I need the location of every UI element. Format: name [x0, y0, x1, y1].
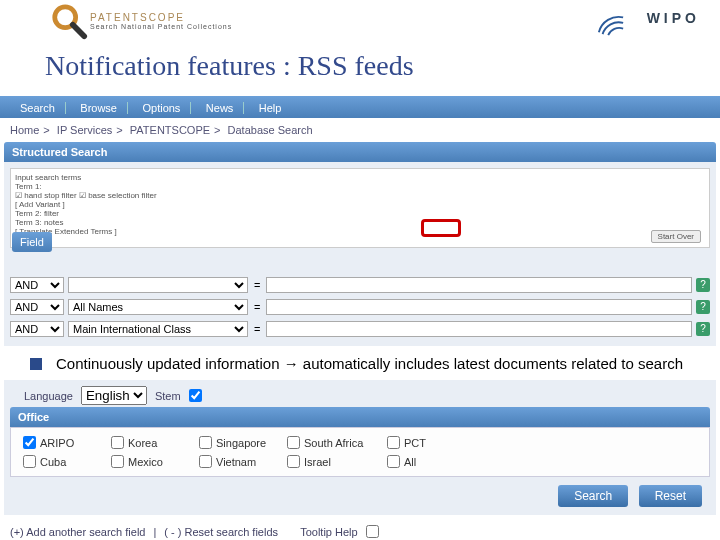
operator-select[interactable]: AND: [10, 277, 64, 293]
stem-checkbox[interactable]: [189, 389, 202, 402]
search-panel: Input search terms Term 1: ☑ hand stop f…: [4, 162, 716, 346]
value-input[interactable]: [266, 299, 692, 315]
panel-title: Structured Search: [4, 142, 716, 162]
search-row: AND All Names = ?: [10, 296, 710, 318]
clir-line: Term 3: notes: [15, 218, 705, 227]
office-singapore[interactable]: Singapore: [199, 436, 283, 449]
logo-wipo: WIPO: [647, 10, 700, 26]
clir-line: ☑ hand stop filter ☑ base selection filt…: [15, 191, 705, 200]
magnifier-icon: [50, 2, 88, 40]
office-checkbox[interactable]: [111, 455, 124, 468]
crumb-home[interactable]: Home: [10, 124, 39, 136]
office-checkbox[interactable]: [199, 455, 212, 468]
field-select[interactable]: [68, 277, 248, 293]
svg-point-2: [59, 11, 72, 24]
help-icon[interactable]: ?: [696, 278, 710, 292]
topnav: Search Browse Options News Help: [0, 96, 720, 118]
clir-expansion-box: Input search terms Term 1: ☑ hand stop f…: [10, 168, 710, 248]
clir-line: Term 1:: [15, 182, 705, 191]
office-checkbox[interactable]: [199, 436, 212, 449]
language-label: Language: [24, 390, 73, 402]
bullet-note: Continuously updated information → autom…: [0, 346, 720, 380]
rss-highlight-box: [421, 219, 461, 237]
help-icon[interactable]: ?: [696, 322, 710, 336]
field-select[interactable]: All Names: [68, 299, 248, 315]
office-row-2: Cuba Mexico Vietnam Israel All: [23, 455, 697, 468]
office-all[interactable]: All: [387, 455, 471, 468]
equals-label: =: [252, 301, 262, 313]
clir-line: [ Add Variant ]: [15, 200, 705, 209]
search-row: AND Main International Class = ?: [10, 318, 710, 340]
breadcrumb: Home> IP Services> PATENTSCOPE> Database…: [0, 118, 720, 142]
reset-fields-link[interactable]: ( - ) Reset search fields: [164, 526, 278, 538]
crumb-ip[interactable]: IP Services: [57, 124, 112, 136]
language-select[interactable]: English: [81, 386, 147, 405]
office-checkbox[interactable]: [23, 436, 36, 449]
crumb-db[interactable]: Database Search: [228, 124, 313, 136]
office-checkbox[interactable]: [387, 436, 400, 449]
svg-line-1: [73, 25, 84, 36]
office-vietnam[interactable]: Vietnam: [199, 455, 283, 468]
logo-subtext: Search National Patent Collections: [90, 23, 232, 30]
nav-browse[interactable]: Browse: [70, 102, 128, 114]
office-checkbox[interactable]: [387, 455, 400, 468]
field-select[interactable]: Main International Class: [68, 321, 248, 337]
slide-title: Notification features : RSS feeds: [45, 50, 414, 82]
office-cuba[interactable]: Cuba: [23, 455, 107, 468]
clir-line: Term 2: filter: [15, 209, 705, 218]
lower-panel: Language English Stem Office ARIPO Korea…: [4, 380, 716, 515]
help-icon[interactable]: ?: [696, 300, 710, 314]
clir-line: Input search terms: [15, 173, 705, 182]
office-header: Office: [10, 407, 710, 427]
office-checkbox[interactable]: [23, 455, 36, 468]
office-korea[interactable]: Korea: [111, 436, 195, 449]
button-row: Search Reset: [10, 477, 710, 509]
stem-label: Stem: [155, 390, 181, 402]
bullet-text: Continuously updated information → autom…: [56, 355, 683, 372]
field-header: Field: [12, 232, 52, 252]
crumb-ps[interactable]: PATENTSCOPE: [130, 124, 210, 136]
office-checkbox[interactable]: [287, 455, 300, 468]
tooltip-help-checkbox[interactable]: [366, 525, 379, 538]
nav-options[interactable]: Options: [132, 102, 191, 114]
nav-help[interactable]: Help: [249, 102, 292, 114]
tooltip-help-label: Tooltip Help: [300, 526, 357, 538]
reset-button[interactable]: Reset: [639, 485, 702, 507]
value-input[interactable]: [266, 321, 692, 337]
add-field-link[interactable]: (+) Add another search field: [10, 526, 145, 538]
office-body: ARIPO Korea Singapore South Africa PCT C…: [10, 427, 710, 477]
operator-select[interactable]: AND: [10, 321, 64, 337]
office-southafrica[interactable]: South Africa: [287, 436, 383, 449]
logo-patentscope: PATENTSCOPE Search National Patent Colle…: [90, 12, 232, 30]
startover-button[interactable]: Start Over: [651, 230, 701, 243]
office-checkbox[interactable]: [111, 436, 124, 449]
header: PATENTSCOPE Search National Patent Colle…: [0, 0, 720, 52]
wipo-arc-icon: [597, 8, 625, 36]
office-mexico[interactable]: Mexico: [111, 455, 195, 468]
nav-search[interactable]: Search: [10, 102, 66, 114]
bullet-square-icon: [30, 358, 42, 370]
operator-select[interactable]: AND: [10, 299, 64, 315]
search-button[interactable]: Search: [558, 485, 628, 507]
language-row: Language English Stem: [10, 382, 710, 407]
footer-links: (+) Add another search field | ( - ) Res…: [0, 515, 720, 540]
search-row: AND = ?: [10, 274, 710, 296]
office-row-1: ARIPO Korea Singapore South Africa PCT: [23, 436, 697, 449]
office-checkbox[interactable]: [287, 436, 300, 449]
office-pct[interactable]: PCT: [387, 436, 471, 449]
value-input[interactable]: [266, 277, 692, 293]
office-aripo[interactable]: ARIPO: [23, 436, 107, 449]
logo-text: PATENTSCOPE: [90, 12, 185, 23]
equals-label: =: [252, 323, 262, 335]
equals-label: =: [252, 279, 262, 291]
office-israel[interactable]: Israel: [287, 455, 383, 468]
clir-line: [ Translate Extended Terms ]: [15, 227, 705, 236]
nav-news[interactable]: News: [196, 102, 245, 114]
